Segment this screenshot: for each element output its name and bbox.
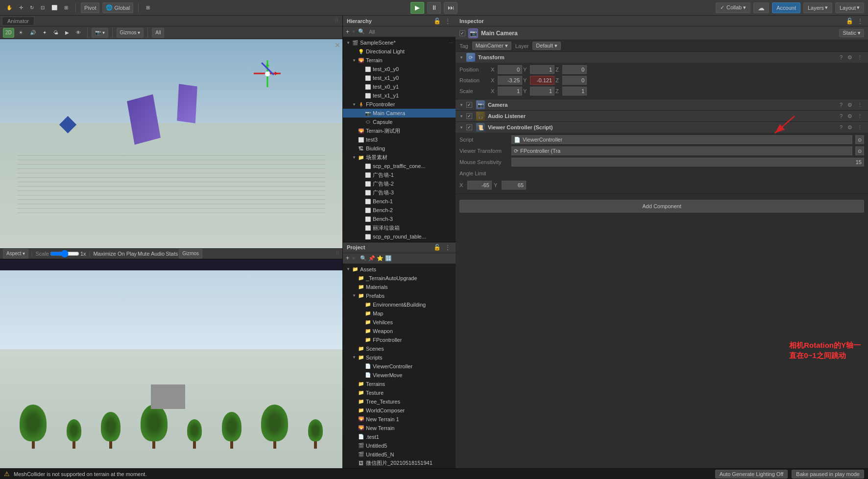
camera-help-btn[interactable]: ?	[838, 102, 844, 108]
project-item-untitled5[interactable]: ▶ 🎬 Untitled5	[343, 441, 456, 450]
hierarchy-item-18[interactable]: ▶ ⬜ Bench-1	[343, 197, 456, 206]
hierarchy-item-10[interactable]: ▶ 🌄 Terrain-测试用	[343, 126, 456, 135]
pos-x-input[interactable]	[498, 65, 522, 74]
project-item-scripts[interactable]: ▼ 📁 Scripts	[343, 353, 456, 362]
pos-y-input[interactable]	[530, 65, 555, 74]
transform-menu-btn[interactable]: ⋮	[856, 54, 864, 61]
camera-enable-checkbox[interactable]: ✓	[466, 102, 472, 108]
vc-settings-btn[interactable]: ⚙	[846, 124, 854, 131]
move-tool-btn[interactable]: ✛	[17, 3, 25, 13]
hierarchy-item-11[interactable]: ▶ ⬜ test3	[343, 135, 456, 144]
script-select-btn[interactable]: ⊙	[855, 135, 864, 144]
all-dropdown[interactable]: All	[152, 28, 164, 38]
scale-slider[interactable]	[50, 251, 79, 256]
hierarchy-item-17[interactable]: ▶ ⬜ 广告墙-3	[343, 188, 456, 197]
hierarchy-item-4[interactable]: ▶ ⬜ test_x1_y0	[343, 73, 456, 82]
camera-menu-btn[interactable]: ⋮	[856, 102, 864, 108]
inspector-lock-btn[interactable]: 🔓	[845, 18, 854, 24]
audio-listener-header[interactable]: ▼ ✓ 🎧 Audio Listener ? ⚙ ⋮	[456, 111, 868, 121]
project-item-worldcomposer[interactable]: ▶ 📁 WorldComposer	[343, 406, 456, 415]
game-gizmos-dropdown[interactable]: Gizmos	[179, 249, 202, 259]
project-item-new-terrain[interactable]: ▶ 🌄 New Terrain	[343, 424, 456, 432]
gizmos-dropdown[interactable]: Gizmos ▾	[117, 28, 144, 38]
project-item-untitled5n[interactable]: ▶ 🎬 Untitled5_N	[343, 450, 456, 459]
project-item-tree-textures[interactable]: ▶ 📁 Tree_Textures	[343, 397, 456, 406]
vc-menu-btn[interactable]: ⋮	[856, 124, 864, 131]
project-menu-btn[interactable]: ⋮	[444, 244, 452, 251]
grid-btn[interactable]: ⊞	[144, 3, 152, 13]
vc-help-btn[interactable]: ?	[838, 124, 844, 131]
script-value-field[interactable]: 📄 ViewerController	[511, 135, 852, 144]
camera-header[interactable]: ▼ ✓ 📷 Camera ? ⚙ ⋮	[456, 99, 868, 110]
viewer-transform-field[interactable]: ⟳ FPcontroller (Tra	[511, 146, 852, 155]
project-item-testure[interactable]: ▶ 📁 Testure	[343, 388, 456, 397]
scale-y-input[interactable]	[530, 87, 555, 96]
hierarchy-item-0[interactable]: ▼ 🎬 SampleScene* ⋯	[343, 38, 456, 47]
audio-enable-checkbox[interactable]: ✓	[466, 113, 472, 119]
scene-close-btn[interactable]: ✕	[335, 41, 340, 49]
project-item-viewercontroller[interactable]: ▶ 📄 ViewerController	[343, 362, 456, 371]
hierarchy-item-8[interactable]: ▶ 📷 Main Camera	[343, 109, 456, 118]
project-item-terrains[interactable]: ▶ 📁 Terrains	[343, 380, 456, 388]
hierarchy-add-btn[interactable]: +	[346, 28, 349, 35]
hierarchy-item-7[interactable]: ▼ 🧍 FPcontroller	[343, 100, 456, 109]
layers-button[interactable]: Layers ▾	[803, 2, 832, 13]
scene-audio-btn[interactable]: 🔊	[27, 28, 38, 38]
project-item-new-terrain-1[interactable]: ▶ 🌄 New Terrain 1	[343, 415, 456, 424]
scale-z-input[interactable]	[562, 87, 587, 96]
project-item-test1[interactable]: ▶ 📄 .test1	[343, 432, 456, 441]
global-btn[interactable]: 🌐 Global	[102, 2, 133, 13]
rect-tool-btn[interactable]: ⬜	[49, 3, 60, 13]
project-item-map[interactable]: ▶ 📁 Map	[343, 309, 456, 318]
rot-z-input[interactable]	[562, 76, 587, 85]
animator-tab[interactable]: Animator	[2, 17, 34, 25]
audio-settings-btn[interactable]: ⚙	[846, 113, 854, 120]
play-button[interactable]: ▶	[410, 2, 424, 14]
scene-sky-btn[interactable]: 🌤	[51, 28, 61, 38]
scene-light-btn[interactable]: ☀	[16, 28, 25, 38]
layer-value-btn[interactable]: Default ▾	[532, 42, 561, 50]
aspect-dropdown[interactable]: Aspect ▾	[3, 249, 28, 259]
step-button[interactable]: ⏭	[444, 2, 458, 14]
hand-tool-btn[interactable]: ✋	[4, 3, 15, 13]
viewer-controller-header[interactable]: ▼ ✓ 📜 Viewer Controller (Script) ? ⚙ ⋮	[456, 122, 868, 133]
project-item-weapon[interactable]: ▶ 📁 Weapon	[343, 327, 456, 335]
project-item-materials[interactable]: ▶ 📁 Materials	[343, 283, 456, 291]
transform-settings-btn[interactable]: ⚙	[846, 54, 854, 61]
hierarchy-item-3[interactable]: ▶ ⬜ test_x0_y0	[343, 65, 456, 73]
scene-anim-btn[interactable]: ▶	[63, 28, 72, 38]
project-add-btn[interactable]: +	[346, 255, 349, 262]
pos-z-input[interactable]	[562, 65, 587, 74]
hierarchy-item-21[interactable]: ▶ ⬜ 丽泽垃圾箱	[343, 223, 456, 232]
hierarchy-item-13[interactable]: ▼ 📁 场景素材	[343, 153, 456, 162]
project-item-scenes[interactable]: ▶ 📁 Scenes	[343, 344, 456, 353]
mouse-sensitivity-input[interactable]	[511, 158, 864, 167]
audio-help-btn[interactable]: ?	[838, 113, 844, 120]
project-lock-btn[interactable]: 🔓	[433, 244, 442, 251]
scale-tool-btn[interactable]: ⊡	[38, 3, 47, 13]
2d-btn[interactable]: 2D	[3, 28, 14, 38]
viewer-transform-select-btn[interactable]: ⊙	[855, 146, 864, 155]
maximize-on-play-btn[interactable]: Maximize On Play	[93, 251, 137, 257]
project-item-vehicles[interactable]: ▶ 📁 Vehilces	[343, 318, 456, 327]
project-item-fpcontroller[interactable]: ▶ 📁 FPcontroller	[343, 335, 456, 344]
angle-y-input[interactable]	[502, 181, 526, 190]
project-item-wechat-img[interactable]: ▶ 🖼 微信图片_20210518151941	[343, 459, 456, 468]
hierarchy-lock-btn[interactable]: 🔓	[433, 18, 442, 24]
scale-x-input[interactable]	[498, 87, 522, 96]
project-item-envbuild[interactable]: ▶ 📁 Environment&Building	[343, 300, 456, 309]
mute-audio-btn[interactable]: Mute Audio	[138, 251, 165, 257]
scene-menu-btn[interactable]: ⋯	[449, 40, 454, 46]
hierarchy-item-2[interactable]: ▼ 🌄 Terrain	[343, 56, 456, 65]
audio-menu-btn[interactable]: ⋮	[856, 113, 864, 120]
rotate-tool-btn[interactable]: ↻	[27, 3, 36, 13]
project-item-assets[interactable]: ▼ 📁 Assets	[343, 265, 456, 274]
collab-button[interactable]: ✓ Collab ▾	[716, 2, 750, 13]
hierarchy-item-1[interactable]: ▶ 💡 Directional Light	[343, 47, 456, 56]
object-active-checkbox[interactable]	[459, 30, 465, 36]
hierarchy-item-6[interactable]: ▶ ⬜ test_x1_y1	[343, 91, 456, 100]
hierarchy-menu-btn[interactable]: ⋮	[444, 18, 452, 24]
auto-lighting-btn[interactable]: Auto Generate Lighting Off	[715, 470, 788, 479]
hierarchy-item-22[interactable]: ▶ ⬜ scp_ep_round_table...	[343, 232, 456, 241]
add-component-btn[interactable]: Add Component	[459, 200, 864, 213]
